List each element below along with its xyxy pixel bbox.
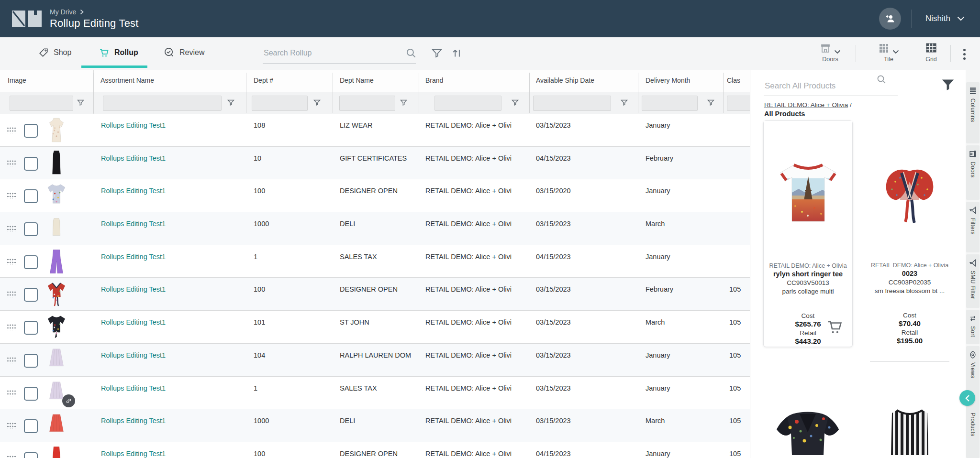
- assortment-link[interactable]: Rollups Editing Test1: [101, 450, 166, 458]
- rail-item-sort[interactable]: Sort: [966, 310, 980, 344]
- column-filter-input[interactable]: [339, 96, 395, 111]
- table-row[interactable]: Rollups Editing Test1 1000 DELI RETAIL D…: [0, 212, 750, 245]
- assortment-link[interactable]: Rollups Editing Test1: [101, 285, 166, 293]
- column-filter-funnel-icon[interactable]: [620, 98, 628, 107]
- product-thumbnail[interactable]: [42, 279, 71, 309]
- drag-handle-icon[interactable]: [7, 225, 16, 232]
- product-thumbnail[interactable]: [42, 181, 71, 210]
- column-filter-input[interactable]: [10, 96, 73, 111]
- product-thumbnail[interactable]: [42, 214, 71, 243]
- drag-handle-icon[interactable]: [7, 192, 16, 199]
- column-filter-funnel-icon[interactable]: [511, 98, 519, 107]
- table-row[interactable]: Rollups Editing Test1 1 SALES TAX RETAIL…: [0, 245, 750, 278]
- drag-handle-icon[interactable]: [7, 258, 16, 265]
- column-header-delivery-month[interactable]: Delivery Month: [646, 76, 690, 84]
- row-checkbox[interactable]: [24, 157, 38, 171]
- table-row[interactable]: Rollups Editing Test1 108 LIZ WEAR RETAI…: [0, 114, 750, 147]
- rail-item-columns[interactable]: Columns: [966, 82, 980, 143]
- rail-item-smu-filter[interactable]: SMU Filter: [966, 254, 980, 308]
- rail-item-filters[interactable]: Filters: [966, 202, 980, 252]
- drag-handle-icon[interactable]: [7, 356, 16, 363]
- column-header-dept-no[interactable]: Dept #: [254, 76, 273, 84]
- row-checkbox[interactable]: [24, 255, 38, 269]
- assortment-link[interactable]: Rollups Editing Test1: [101, 351, 166, 359]
- more-options-icon[interactable]: [960, 44, 967, 64]
- assortment-link[interactable]: Rollups Editing Test1: [101, 187, 166, 195]
- column-filter-input[interactable]: [727, 96, 752, 111]
- add-user-button[interactable]: [879, 8, 901, 30]
- rollup-search-input[interactable]: [263, 43, 394, 63]
- column-filter-funnel-icon[interactable]: [77, 98, 85, 107]
- drag-handle-icon[interactable]: [7, 455, 16, 458]
- sort-icon[interactable]: [451, 47, 463, 59]
- tab-rollup[interactable]: Rollup: [95, 37, 141, 67]
- filter-funnel-icon[interactable]: [431, 47, 443, 59]
- tab-shop[interactable]: Shop: [35, 37, 74, 67]
- product-card[interactable]: RETAIL DEMO: Alice + Olivia 0023 CC903P0…: [866, 120, 953, 346]
- product-thumbnail[interactable]: [42, 247, 71, 276]
- grid-view-button[interactable]: Grid: [916, 42, 947, 63]
- column-filter-funnel-icon[interactable]: [313, 98, 321, 107]
- table-row[interactable]: Rollups Editing Test1 1 SALES TAX RETAIL…: [0, 377, 750, 410]
- tile-view-button[interactable]: Tile: [870, 42, 907, 63]
- column-header-class[interactable]: Clas: [727, 76, 740, 84]
- breadcrumb[interactable]: My Drive: [50, 8, 139, 16]
- product-image[interactable]: [866, 400, 953, 458]
- row-checkbox[interactable]: [24, 189, 38, 203]
- product-thumbnail[interactable]: [42, 115, 71, 145]
- drag-handle-icon[interactable]: [7, 290, 16, 297]
- column-filter-input[interactable]: [252, 96, 308, 111]
- assortment-link[interactable]: Rollups Editing Test1: [101, 253, 166, 261]
- assortment-link[interactable]: Rollups Editing Test1: [101, 384, 166, 392]
- assortment-link[interactable]: Rollups Editing Test1: [101, 318, 166, 326]
- product-thumbnail[interactable]: [42, 444, 71, 458]
- table-row[interactable]: Rollups Editing Test1 104 RALPH LAUREN D…: [0, 344, 750, 377]
- search-icon[interactable]: [876, 74, 887, 85]
- drag-handle-icon[interactable]: [7, 422, 16, 429]
- drag-handle-icon[interactable]: [7, 126, 16, 133]
- column-filter-input[interactable]: [103, 96, 222, 111]
- tab-review[interactable]: Review: [161, 37, 207, 67]
- drag-handle-icon[interactable]: [7, 389, 16, 396]
- assortment-link[interactable]: Rollups Editing Test1: [101, 121, 166, 129]
- column-header-image[interactable]: Image: [8, 76, 26, 84]
- link-badge-icon[interactable]: [62, 394, 75, 407]
- column-header-assortment-name[interactable]: Assortment Name: [100, 76, 154, 84]
- collapse-panel-button[interactable]: [959, 390, 975, 406]
- table-row[interactable]: Rollups Editing Test1 1000 DELI RETAIL D…: [0, 409, 750, 442]
- assortment-link[interactable]: Rollups Editing Test1: [101, 417, 166, 425]
- column-filter-input[interactable]: [642, 96, 698, 111]
- product-image[interactable]: [763, 400, 852, 458]
- column-filter-input[interactable]: [434, 96, 501, 111]
- row-checkbox[interactable]: [24, 452, 38, 458]
- product-card[interactable]: RETAIL DEMO: Alice + Olivia rylyn short …: [763, 120, 853, 347]
- column-header-brand[interactable]: Brand: [425, 76, 443, 84]
- assortment-link[interactable]: Rollups Editing Test1: [101, 154, 166, 162]
- table-row[interactable]: Rollups Editing Test1 101 ST JOHN RETAIL…: [0, 311, 750, 344]
- rail-item-views[interactable]: Views: [966, 346, 980, 388]
- product-thumbnail[interactable]: [42, 148, 71, 178]
- product-thumbnail[interactable]: [42, 312, 71, 342]
- row-checkbox[interactable]: [24, 288, 38, 302]
- rail-item-doors[interactable]: Doors: [966, 145, 980, 200]
- row-checkbox[interactable]: [24, 354, 38, 368]
- row-checkbox[interactable]: [24, 387, 38, 401]
- product-image[interactable]: [764, 121, 852, 262]
- row-checkbox[interactable]: [24, 222, 38, 236]
- panel-search-input[interactable]: [764, 76, 871, 96]
- doors-view-button[interactable]: Doors: [810, 42, 850, 63]
- drag-handle-icon[interactable]: [7, 323, 16, 330]
- column-header-dept-name[interactable]: Dept Name: [340, 76, 374, 84]
- table-row[interactable]: Rollups Editing Test1 10 GIFT CERTIFICAT…: [0, 147, 750, 180]
- panel-filter-funnel-icon[interactable]: [940, 76, 956, 93]
- product-thumbnail[interactable]: [42, 345, 71, 375]
- panel-breadcrumb-link[interactable]: RETAIL DEMO: Alice + Olivia: [764, 101, 848, 109]
- row-checkbox[interactable]: [24, 124, 38, 138]
- column-header-ship-date[interactable]: Available Ship Date: [536, 76, 594, 84]
- assortment-link[interactable]: Rollups Editing Test1: [101, 220, 166, 228]
- row-checkbox[interactable]: [24, 419, 38, 433]
- column-filter-funnel-icon[interactable]: [400, 98, 408, 107]
- column-filter-funnel-icon[interactable]: [707, 98, 715, 107]
- search-icon[interactable]: [405, 47, 417, 59]
- column-filter-input[interactable]: [533, 96, 611, 111]
